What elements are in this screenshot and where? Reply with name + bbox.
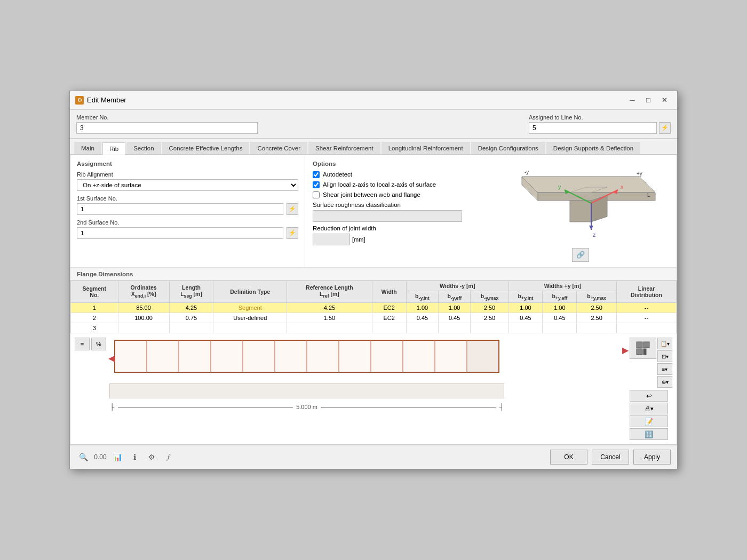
cell-lin-3 [617, 323, 677, 333]
shear-joint-row: Shear joint between web and flange [313, 191, 477, 198]
cell-byint-1: 1.00 [406, 303, 438, 313]
autodetect-checkbox[interactable] [313, 171, 320, 178]
shear-joint-label: Shear joint between web and flange [323, 191, 420, 198]
cell-def-3 [213, 323, 287, 333]
member-no-label: Member No. [76, 114, 258, 121]
cell-bymax-3 [471, 323, 508, 333]
tab-longitudinal[interactable]: Longitudinal Reinforcement [382, 142, 470, 154]
reduction-input[interactable] [313, 234, 350, 245]
cell-ref-1: 4.25 [287, 303, 372, 313]
tab-section[interactable]: Section [126, 142, 161, 154]
surface-roughness-field [313, 210, 462, 222]
apply-button[interactable]: Apply [633, 450, 671, 465]
eq-button[interactable]: = [75, 338, 90, 350]
tab-concrete-effective[interactable]: Concrete Effective Lengths [162, 142, 250, 154]
surface2-picker-button[interactable]: ⚡ [287, 227, 298, 239]
beam-viz-wrapper: ◀ [109, 338, 626, 380]
cell-len-2: 0.75 [169, 313, 213, 323]
reduction-row: Reduction of joint width [313, 225, 477, 231]
minimize-button[interactable]: ─ [625, 94, 640, 106]
cell-bpymax-3 [577, 323, 617, 333]
grid-view-icon [635, 341, 650, 356]
table-row[interactable]: 2 100.00 0.75 User-defined 1.50 EC2 0.45… [71, 313, 677, 323]
percent-button[interactable]: % [91, 338, 106, 350]
assigned-line-picker-button[interactable]: ⚡ [659, 122, 671, 134]
member-header: Member No. Assigned to Line No. ⚡ [70, 110, 677, 139]
tab-shear[interactable]: Shear Reinforcement [308, 142, 380, 154]
format-button[interactable]: ≡▾ [657, 363, 672, 375]
surface1-picker-button[interactable]: ⚡ [287, 203, 298, 215]
autodetect-label: Autodetect [323, 171, 352, 178]
bottom-actions: OK Cancel Apply [550, 450, 671, 465]
th-by-int-neg: b-y,int [406, 291, 438, 302]
cell-ord-2: 100.00 [118, 313, 169, 323]
notes-button[interactable]: 📝 [630, 415, 668, 427]
maximize-button[interactable]: □ [641, 94, 656, 106]
print-button[interactable]: 🖨▾ [630, 403, 668, 414]
bottom-icons: 🔍 0.00 📊 ℹ ⚙ 𝑓 [76, 451, 176, 463]
graph-button[interactable]: 📊 [110, 451, 124, 463]
link-diagram-button[interactable]: 🔗 [572, 248, 589, 262]
window-controls: ─ □ ✕ [625, 94, 672, 106]
svg-rect-18 [637, 342, 642, 348]
surface1-input[interactable] [77, 203, 283, 215]
svg-text:y: y [558, 183, 561, 190]
table-row[interactable]: 1 85.00 4.25 Segment 4.25 EC2 1.00 1.00 … [71, 303, 677, 313]
settings-button[interactable]: ⚙ [145, 451, 158, 463]
align-z-label: Align local z-axis to local z-axis of su… [323, 181, 436, 188]
cell-bpyeff-1: 1.00 [543, 303, 577, 313]
assigned-group: Assigned to Line No. ⚡ [529, 114, 671, 134]
tab-design-config[interactable]: Design Configurations [471, 142, 545, 154]
undo-button[interactable]: ↩ [630, 390, 668, 402]
assigned-line-group: Assigned to Line No. ⚡ [529, 114, 671, 134]
reduction-label: Reduction of joint width [313, 225, 376, 231]
left-arrow-icon: ◀ [108, 353, 115, 363]
right-toolbar: 📋▾ ⊡▾ ≡▾ ⊕▾ ↩ 🖨▾ 📝 🔢 [630, 338, 672, 440]
title-bar-left: ⚙ Edit Member [75, 96, 126, 105]
rib-alignment-select[interactable]: On +z-side of surface [77, 179, 298, 191]
cell-byint-2: 0.45 [406, 313, 438, 323]
cell-byeff-2: 0.45 [439, 313, 471, 323]
grid-view-button[interactable] [630, 338, 656, 359]
tab-design-supports[interactable]: Design Supports & Deflection [546, 142, 640, 154]
ok-button[interactable]: OK [550, 450, 587, 465]
formula-button[interactable]: 𝑓 [162, 451, 176, 463]
assigned-input-wrap: ⚡ [529, 122, 671, 134]
align-button[interactable]: ⊕▾ [657, 376, 672, 388]
calc-button[interactable]: 🔢 [630, 428, 668, 440]
cell-bpyint-3 [508, 323, 543, 333]
options-title: Options [313, 161, 477, 167]
table-row[interactable]: 3 [71, 323, 677, 333]
assigned-line-input[interactable] [529, 122, 657, 134]
svg-rect-21 [643, 349, 646, 355]
cell-bymax-2: 2.50 [471, 313, 508, 323]
cell-def-2: User-defined [213, 313, 287, 323]
options-panel: Options Autodetect Align local z-axis to… [305, 155, 484, 267]
info-button[interactable]: ℹ [128, 451, 141, 463]
search-button[interactable]: 🔍 [76, 451, 90, 463]
cell-byeff-3 [439, 323, 471, 333]
tab-main[interactable]: Main [74, 142, 101, 154]
calculator-button[interactable]: 0.00 [93, 451, 107, 463]
tab-rib[interactable]: Rib [102, 142, 125, 155]
svg-rect-19 [643, 342, 649, 348]
left-toolbar: = % [75, 338, 106, 440]
copy-button[interactable]: 📋▾ [657, 338, 672, 349]
th-ordinates: OrdinatesXend,i [%] [118, 281, 169, 302]
tab-concrete-cover[interactable]: Concrete Cover [250, 142, 307, 154]
paste-button[interactable]: ⊡▾ [657, 350, 672, 362]
shear-joint-checkbox[interactable] [313, 191, 320, 198]
svg-text:z: z [593, 231, 596, 238]
bottom-viz-area: 📋▾ ⊡▾ ≡▾ ⊕▾ ↩ 🖨▾ 📝 🔢 = % ◀ [70, 333, 677, 444]
top-section: Assignment Rib Alignment On +z-side of s… [70, 155, 677, 268]
close-button[interactable]: ✕ [657, 94, 672, 106]
th-linear: LinearDistribution [617, 281, 677, 302]
member-no-input[interactable] [76, 122, 258, 134]
cancel-button[interactable]: Cancel [592, 450, 629, 465]
surface1-input-row: ⚡ [77, 203, 298, 215]
align-z-checkbox[interactable] [313, 181, 320, 188]
dimension-label: 5.000 m [296, 404, 317, 410]
th-by-max-pos: b+y,max [577, 291, 617, 302]
reduction-input-row: [mm] [313, 234, 477, 245]
surface2-input[interactable] [77, 227, 283, 239]
